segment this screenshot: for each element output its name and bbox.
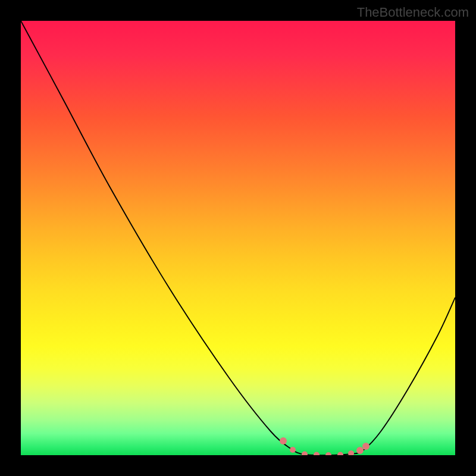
highlight-dot <box>337 452 343 456</box>
highlight-dot <box>302 452 308 456</box>
highlight-dot <box>362 443 369 450</box>
highlight-dot <box>348 450 354 455</box>
highlight-dot <box>290 447 296 453</box>
curve-path <box>21 21 455 455</box>
watermark-text: TheBottleneck.com <box>357 5 469 20</box>
highlight-dot <box>325 452 331 455</box>
chart-curve <box>21 21 455 455</box>
highlight-dot <box>356 447 364 454</box>
highlight-dot <box>314 452 320 456</box>
highlight-markers <box>280 437 369 455</box>
highlight-dot <box>280 437 287 444</box>
